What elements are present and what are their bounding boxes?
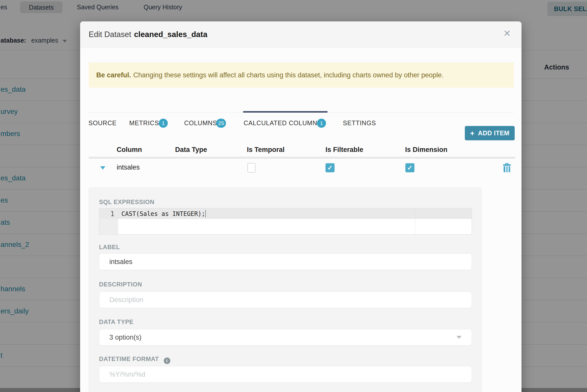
modal-title: Edit Dataset	[89, 30, 131, 39]
calculated-column-name: intsales	[117, 164, 140, 171]
data-type-select[interactable]: 3 option(s)	[99, 329, 472, 346]
columns-count-badge: 25	[216, 119, 226, 128]
divider	[89, 157, 515, 159]
sql-code: CAST(Sales as INTEGER);	[121, 210, 205, 217]
datetime-format-label-text: DATETIME FORMAT	[99, 355, 159, 362]
tab-metrics[interactable]: METRICS	[129, 119, 159, 127]
tab-columns[interactable]: COLUMNS	[184, 119, 217, 127]
editor-print-margin	[415, 208, 415, 234]
data-type-selected-value: 3 option(s)	[109, 334, 456, 341]
add-item-label: ADD ITEM	[478, 129, 509, 137]
label-input[interactable]	[99, 253, 472, 270]
calculated-columns-count-badge: 1	[317, 119, 326, 128]
column-header-data-type: Data Type	[175, 146, 207, 154]
editor-line-number: 1	[99, 210, 114, 218]
edit-dataset-modal: Edit Dataset cleaned_sales_data ✕ Be car…	[80, 21, 521, 392]
is-temporal-checkbox[interactable]	[247, 163, 255, 173]
tab-source[interactable]: SOURCE	[88, 119, 117, 127]
active-tab-underline	[243, 111, 328, 113]
checkmark-icon: ✓	[327, 164, 333, 172]
column-header-is-temporal: Is Temporal	[247, 146, 285, 154]
checkmark-icon: ✓	[407, 164, 413, 172]
label-field-label: LABEL	[99, 244, 120, 251]
close-icon[interactable]: ✕	[503, 29, 511, 38]
sql-expression-editor[interactable]: 1 CAST(Sales as INTEGER);	[99, 208, 472, 235]
column-header-is-dimension: Is Dimension	[405, 146, 447, 154]
info-icon[interactable]: i	[164, 357, 170, 364]
column-detail-panel: SQL EXPRESSION 1 CAST(Sales as INTEGER);…	[89, 188, 482, 392]
tab-calculated-columns[interactable]: CALCULATED COLUMNS	[244, 119, 322, 127]
datetime-format-input[interactable]	[99, 366, 472, 383]
chevron-down-icon	[456, 336, 462, 339]
trash-lid	[503, 164, 511, 166]
column-header-is-filterable: Is Filterable	[325, 146, 363, 154]
collapse-row-caret-icon[interactable]	[100, 166, 105, 170]
plus-icon: +	[470, 129, 475, 137]
warning-banner: Be careful. Changing these settings will…	[89, 62, 514, 88]
is-filterable-checkbox[interactable]: ✓	[325, 163, 335, 172]
warning-bold-text: Be careful.	[96, 71, 131, 79]
column-header-column: Column	[117, 146, 142, 154]
is-dimension-checkbox[interactable]: ✓	[405, 163, 414, 172]
add-item-button[interactable]: + ADD ITEM	[465, 126, 515, 140]
modal-title-dataset-name: cleaned_sales_data	[134, 30, 207, 39]
tab-settings[interactable]: SETTINGS	[343, 119, 376, 127]
trash-body	[504, 166, 510, 172]
text-cursor	[205, 210, 206, 217]
description-input[interactable]	[99, 291, 472, 308]
warning-text: Changing these settings will affect all …	[133, 71, 444, 79]
data-type-field-label: DATA TYPE	[99, 318, 134, 325]
modal-header: Edit Dataset cleaned_sales_data	[80, 21, 521, 48]
metrics-count-badge: 1	[159, 119, 168, 128]
sql-expression-label: SQL EXPRESSION	[99, 199, 154, 206]
description-field-label: DESCRIPTION	[99, 281, 142, 288]
screen: es Datasets Saved Queries Query History …	[0, 0, 587, 392]
datetime-format-field-label: DATETIME FORMAT i	[99, 355, 170, 364]
delete-column-trash-icon[interactable]	[503, 163, 511, 173]
